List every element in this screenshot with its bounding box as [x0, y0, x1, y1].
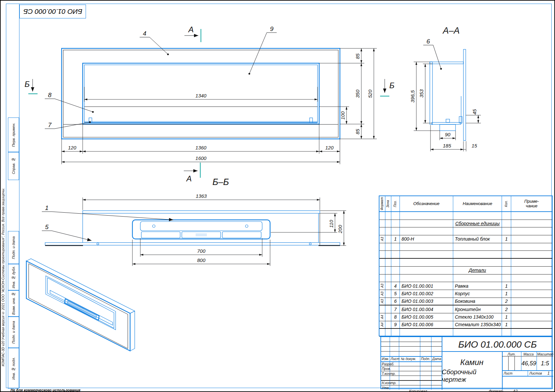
dim-1340: 1340 — [195, 93, 207, 98]
bb-fuel-block-plate — [140, 222, 262, 231]
dim-185: 185 — [443, 143, 451, 148]
dim-353: 353 — [419, 89, 424, 98]
tb-name-line2: Сборочный чертеж — [442, 368, 502, 383]
bom-header: Формат Зона Поз. Обозначение Наименовани… — [379, 196, 552, 212]
bom-group-row: Детали — [379, 267, 552, 274]
bom-table: Формат Зона Поз. Обозначение Наименовани… — [379, 196, 553, 336]
section-letter-b-left: Б — [24, 80, 30, 89]
bom-header-designation: Обозначение — [400, 196, 453, 211]
dim-110: 110 — [328, 220, 334, 228]
aa-top-wall — [430, 62, 463, 64]
section-bb-view: Б–Б 1 5 1363 700 — [42, 177, 346, 266]
bom-empty-row — [379, 243, 552, 251]
tb-masshtab: Масштаб — [537, 352, 553, 356]
bom-item-row: А49БИО 01.00.006Стемалит 1350x3401 — [379, 321, 552, 329]
tb-data: Дата — [432, 357, 441, 361]
dim-85-top: 85 — [355, 53, 360, 59]
section-letter-a-top: А — [188, 25, 194, 34]
bracket-right — [310, 118, 313, 123]
tb-tkontr: Т.контр. — [382, 372, 396, 376]
format-label: Формат — [489, 389, 503, 392]
tb-lit: Лит. — [508, 352, 516, 356]
bom-empty-row — [379, 227, 552, 235]
bb-stemalit-strip — [83, 211, 320, 213]
bom-empty-row — [379, 212, 552, 220]
tb-scale-value: 1:5 — [537, 360, 553, 367]
callout-1: 1 — [45, 204, 49, 211]
bom-header-zone: Зона — [386, 200, 390, 208]
isometric-view — [26, 259, 135, 351]
dim-1360: 1360 — [195, 145, 207, 150]
dim-396-5: 396,5 — [410, 90, 415, 103]
bb-mount-plate — [45, 243, 340, 245]
bom-item-row: 7БИО 01.00.004Кронштейн2 — [379, 305, 552, 313]
dim-120-right: 120 — [325, 145, 334, 150]
tb-list: Лист — [391, 357, 400, 361]
tb-razrab: Разраб. — [382, 362, 394, 366]
callout-9: 9 — [270, 25, 274, 32]
tb-list2: Лист — [504, 371, 513, 375]
callout-6: 6 — [427, 38, 430, 45]
tb-nkontr: Н.контр. — [382, 381, 396, 385]
bom-empty-row — [379, 329, 552, 337]
bom-item-row: А48БИО 01.00.005Стекло 1340x1001 — [379, 313, 552, 321]
bom-empty-row — [379, 274, 552, 282]
dim-15: 15 — [472, 143, 477, 148]
aa-bracket — [459, 117, 462, 123]
dim-90: 90 — [445, 132, 451, 137]
tb-izm: Изм. — [382, 357, 389, 361]
dim-520: 520 — [367, 90, 373, 98]
aa-tray — [432, 122, 461, 124]
tb-utv: Утв. — [382, 386, 390, 390]
bom-empty-row — [379, 251, 552, 259]
drawing-sheet: БИО 01.00.000 СБ Перв. примен. Справ. № … — [0, 0, 555, 392]
callout-8: 8 — [48, 91, 52, 98]
tb-prov: Пров. — [382, 367, 391, 371]
front-dimensions: 1340 85 350 100 85 520 120 1360 120 — [62, 48, 377, 164]
format-value: А2 — [513, 389, 517, 392]
aa-burner-housing — [440, 124, 456, 131]
tb-name-line1: Камин — [460, 358, 484, 367]
bb-burner-segment — [141, 232, 180, 238]
tb-doc: № докум. — [401, 357, 416, 361]
bom-header-name: Наименование — [453, 196, 502, 211]
bom-item-row: А31800-НТопливный блок1 — [379, 235, 552, 243]
bom-header-qty: Кол. — [505, 200, 508, 207]
section-aa-view: А–А 6 396,5 353 45 90 — [410, 26, 481, 151]
tb-designation: БИО 01.00.000 СБ — [442, 338, 553, 351]
section-letter-b-right: Б — [389, 81, 395, 90]
dim-1363: 1363 — [196, 193, 207, 199]
tb-podp: Подп. — [421, 357, 430, 361]
aa-left-wall — [430, 62, 432, 124]
bom-empty-row — [379, 259, 552, 267]
section-letter-a-bottom: А — [186, 174, 192, 183]
tb-listov: Листов — [529, 371, 542, 375]
callout-4: 4 — [143, 30, 147, 37]
bom-item-row: А36БИО 01.00.003Боковина2 — [379, 298, 552, 306]
bom-header-note: Приме-чание — [511, 196, 552, 211]
dim-200: 200 — [337, 225, 343, 234]
bb-burner-logo — [196, 233, 207, 236]
aa-back-panel — [463, 49, 466, 141]
bom-group-row: Сборочные единицы — [379, 220, 552, 228]
section-bb-title: Б–Б — [212, 177, 229, 187]
iso-front-inner — [29, 264, 128, 349]
iso-front-face — [26, 261, 130, 351]
dim-120-left: 120 — [68, 145, 76, 150]
callout-7: 7 — [48, 121, 52, 128]
aa-burner-stub — [446, 119, 450, 122]
bom-header-format: Формат — [380, 197, 384, 210]
bom-header-pos: Поз. — [394, 200, 397, 207]
bom-item-row: А34БИО 01.00.001Рамка1 — [379, 282, 552, 290]
callout-5: 5 — [45, 223, 49, 230]
tb-doc-name: Камин Сборочный чертеж — [442, 352, 502, 389]
dim-800: 800 — [197, 257, 206, 263]
dim-700: 700 — [197, 248, 206, 254]
title-block: Изм. Лист № докум. Подп. Дата Разраб. Пр… — [380, 336, 553, 389]
front-callouts: 4 9 8 7 — [45, 25, 277, 129]
tb-massa: Масса — [523, 352, 534, 356]
tb-listov-value: 1 — [547, 371, 550, 376]
dim-45: 45 — [472, 109, 477, 115]
tb-massa-value: 46,59 — [521, 360, 537, 367]
bom-rows: Сборочные единицыА31800-НТопливный блок1… — [379, 212, 552, 337]
